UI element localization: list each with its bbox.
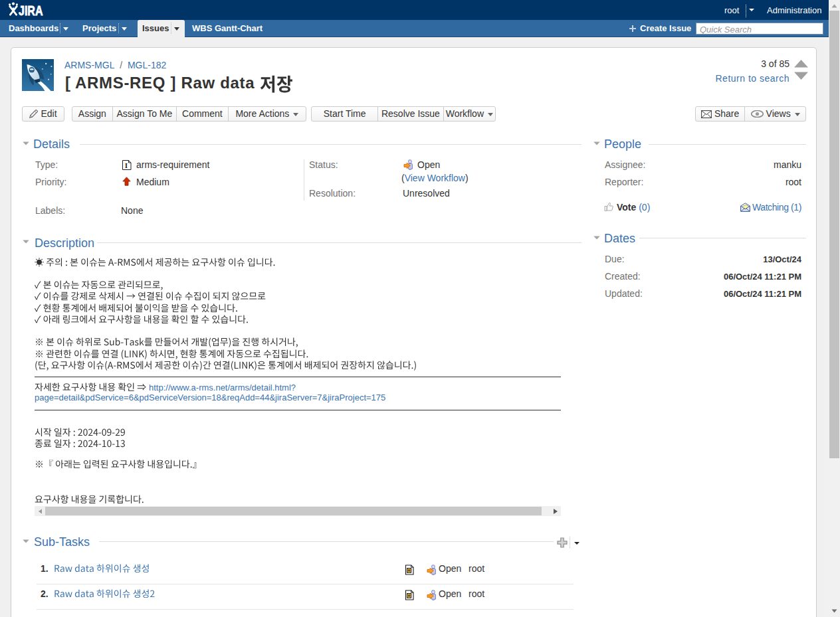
svg-text:I: I (125, 162, 128, 169)
